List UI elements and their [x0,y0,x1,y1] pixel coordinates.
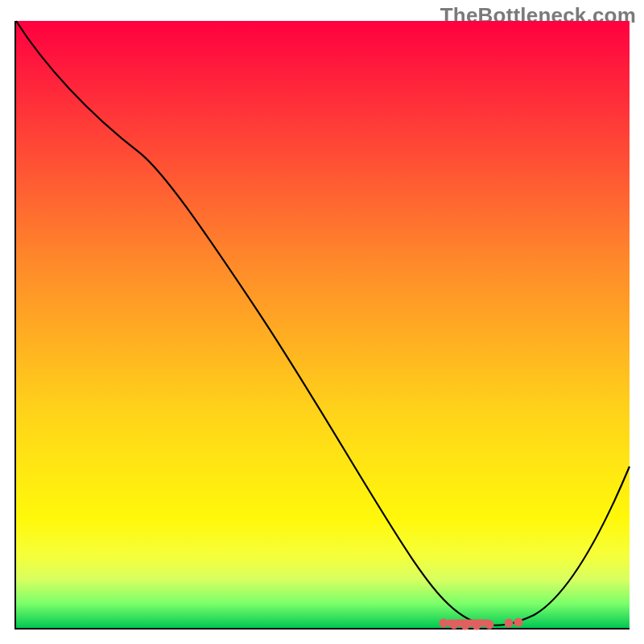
marker-dot [514,618,523,627]
marker-dot [505,619,514,628]
marker-dot [461,621,470,630]
bottleneck-curve-path [16,21,630,625]
marker-dot [473,621,481,630]
curve-svg [16,21,630,628]
marker-dot [485,621,494,630]
marker-dot [450,621,459,630]
bottleneck-chart: TheBottleneck.com [0,0,644,644]
marker-dot [440,619,448,628]
plot-area [14,21,630,630]
